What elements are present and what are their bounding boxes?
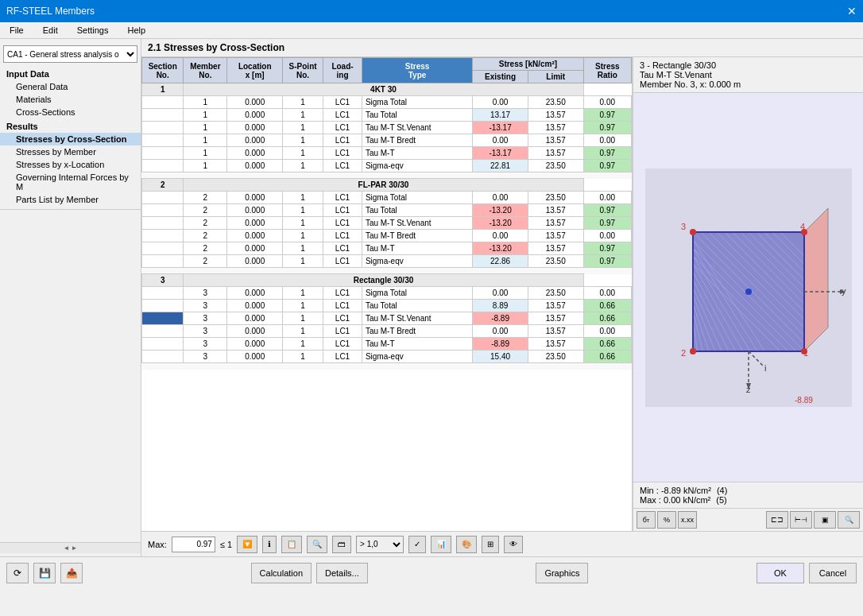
cell-spoint: 1 — [283, 217, 323, 230]
footer-icon-btn-1[interactable]: ⟳ — [6, 563, 29, 583]
ok-button[interactable]: OK — [757, 563, 804, 583]
cell-location: 0.000 — [227, 325, 283, 338]
rpt-btn-bt[interactable]: бт — [637, 511, 656, 529]
rpt-btn-cross2[interactable]: ⊢⊣ — [790, 511, 812, 529]
corner-label-3: 3 — [681, 222, 686, 231]
sidebar-scroll-bar[interactable]: ◄ ► — [0, 542, 141, 553]
details-button[interactable]: Details... — [316, 563, 368, 583]
cell-location: 0.000 — [227, 351, 283, 363]
cell-spoint: 1 — [283, 122, 323, 134]
cell-stress-type: Sigma Total — [362, 287, 472, 300]
table-row[interactable]: 1 0.000 1 LC1 Sigma Total 0.00 23.50 0.0… — [142, 96, 632, 109]
cell-section-no — [142, 109, 184, 122]
col-header-stress-type: StressType — [362, 58, 472, 83]
cell-section-no — [142, 204, 184, 217]
sidebar-item-cross-sections[interactable]: Cross-Sections — [0, 106, 141, 118]
table-row[interactable]: 1 0.000 1 LC1 Tau M-T Bredt 0.00 13.57 0… — [142, 134, 632, 147]
filter-select[interactable]: > 1,0 — [356, 536, 404, 553]
eye-btn[interactable]: 👁 — [504, 536, 523, 553]
sidebar-item-parts-list[interactable]: Parts List by Member — [0, 193, 141, 206]
table-row[interactable]: 1 0.000 1 LC1 Sigma-eqv 22.81 23.50 0.97 — [142, 160, 632, 172]
cell-member-no: 1 — [184, 109, 227, 122]
table-row[interactable]: 1 0.000 1 LC1 Tau M-T -13.17 13.57 0.97 — [142, 147, 632, 160]
rpt-btn-view[interactable]: ▣ — [814, 511, 836, 529]
table-row[interactable]: 2 0.000 1 LC1 Tau M-T -13.20 13.57 0.97 — [142, 242, 632, 255]
toggle-btn[interactable]: ⊞ — [482, 536, 499, 553]
check-btn[interactable]: ✓ — [408, 536, 426, 553]
footer-icon-btn-3[interactable]: 📤 — [60, 563, 83, 583]
svg-point-35 — [690, 348, 696, 354]
section-label: FL-PAR 30/30 — [184, 179, 583, 192]
analysis-dropdown[interactable]: CA1 - General stress analysis o — [3, 45, 137, 63]
cell-section-no — [142, 192, 184, 204]
graphics-button[interactable]: Graphics — [536, 563, 588, 583]
rpt-btn-kxx[interactable]: x.xx — [678, 511, 697, 529]
rp-title-line2: Tau M-T St.Venant — [640, 70, 857, 79]
sidebar-item-governing-forces[interactable]: Governing Internal Forces by M — [0, 171, 141, 193]
cell-limit: 13.57 — [528, 242, 583, 255]
rpt-btn-percent[interactable]: % — [657, 511, 676, 529]
table-row[interactable]: 2 0.000 1 LC1 Tau M-T St.Venant -13.20 1… — [142, 217, 632, 230]
sidebar-item-stresses-cross-section[interactable]: Stresses by Cross-Section — [0, 133, 141, 145]
table-row[interactable]: 3 0.000 1 LC1 Tau M-T -8.89 13.57 0.66 — [142, 338, 632, 351]
table-row[interactable]: 1 0.000 1 LC1 Tau Total 13.17 13.57 0.97 — [142, 109, 632, 122]
menu-edit[interactable]: Edit — [38, 24, 63, 37]
cell-limit: 13.57 — [528, 230, 583, 242]
table-row[interactable]: 2 0.000 1 LC1 Tau Total -13.20 13.57 0.9… — [142, 204, 632, 217]
sidebar-dropdown[interactable]: CA1 - General stress analysis o — [3, 45, 137, 63]
cell-ratio: 0.00 — [583, 192, 631, 204]
rp-max-value: 0.00 — [664, 495, 680, 505]
table-row[interactable]: 1 0.000 1 LC1 Tau M-T St.Venant -13.17 1… — [142, 122, 632, 134]
cell-ratio: 0.00 — [583, 134, 631, 147]
table-row[interactable]: 3 0.000 1 LC1 Tau M-T Bredt 0.00 13.57 0… — [142, 325, 632, 338]
cell-loading: LC1 — [323, 230, 362, 242]
close-button[interactable]: ✕ — [847, 5, 857, 17]
cell-loading: LC1 — [323, 204, 362, 217]
cell-limit: 13.57 — [528, 300, 583, 312]
cell-member-no: 2 — [184, 255, 227, 268]
calculation-button[interactable]: Calculation — [251, 563, 312, 583]
footer-icon-btn-2[interactable]: 💾 — [33, 563, 56, 583]
zoom-btn[interactable]: 🔍 — [307, 536, 327, 553]
sidebar-item-general-data[interactable]: General Data — [0, 80, 141, 93]
menu-help[interactable]: Help — [122, 24, 150, 37]
rpt-btn-search[interactable]: 🔍 — [838, 511, 860, 529]
table-row[interactable]: 3 0.000 1 LC1 Sigma Total 0.00 23.50 0.0… — [142, 287, 632, 300]
table-row[interactable]: 3 0.000 1 LC1 Tau Total 8.89 13.57 0.66 — [142, 300, 632, 312]
cell-ratio: 0.00 — [583, 325, 631, 338]
table-row[interactable]: 2 0.000 1 LC1 Sigma Total 0.00 23.50 0.0… — [142, 192, 632, 204]
sidebar-item-stresses-x-location[interactable]: Stresses by x-Location — [0, 158, 141, 171]
export-btn[interactable]: 📋 — [281, 536, 302, 553]
table-row[interactable]: 2 0.000 1 LC1 Tau M-T Bredt 0.00 13.57 0… — [142, 230, 632, 242]
max-input[interactable] — [172, 537, 215, 552]
cell-stress-type: Tau M-T St.Venant — [362, 217, 472, 230]
col-header-location: Locationx [m] — [227, 58, 283, 83]
detail-btn[interactable]: 🗃 — [332, 536, 351, 553]
info-btn[interactable]: ℹ — [262, 536, 277, 553]
cell-location: 0.000 — [227, 134, 283, 147]
table-panel: SectionNo. MemberNo. Locationx [m] S-Poi… — [141, 57, 633, 531]
window-title: RF-STEEL Members — [6, 6, 95, 17]
cell-section-no — [142, 160, 184, 172]
cell-member-no: 1 — [184, 160, 227, 172]
table-row[interactable]: 2 0.000 1 LC1 Sigma-eqv 22.86 23.50 0.97 — [142, 255, 632, 268]
cell-ratio: 0.97 — [583, 147, 631, 160]
rpt-btn-cross1[interactable]: ⊏⊐ — [766, 511, 788, 529]
table-row[interactable]: 3 0.000 1 LC1 Sigma-eqv 15.40 23.50 0.66 — [142, 351, 632, 363]
table-row[interactable]: 3 0.000 1 LC1 Tau M-T St.Venant -8.89 13… — [142, 312, 632, 325]
cell-limit: 13.57 — [528, 325, 583, 338]
rp-min-label: Min : — [640, 486, 659, 495]
rp-title-line3: Member No. 3, x: 0.000 m — [640, 79, 857, 89]
menu-file[interactable]: File — [5, 24, 29, 37]
menu-settings[interactable]: Settings — [72, 24, 114, 37]
chart-btn[interactable]: 📊 — [431, 536, 451, 553]
cell-section-no — [142, 96, 184, 109]
cell-limit: 13.57 — [528, 122, 583, 134]
sidebar-item-materials[interactable]: Materials — [0, 93, 141, 106]
sidebar-item-stresses-member[interactable]: Stresses by Member — [0, 145, 141, 158]
cell-loading: LC1 — [323, 160, 362, 172]
cancel-button[interactable]: Cancel — [809, 563, 857, 583]
filter-btn[interactable]: 🔽 — [237, 536, 257, 553]
cell-member-no: 1 — [184, 96, 227, 109]
color-btn[interactable]: 🎨 — [456, 536, 477, 553]
